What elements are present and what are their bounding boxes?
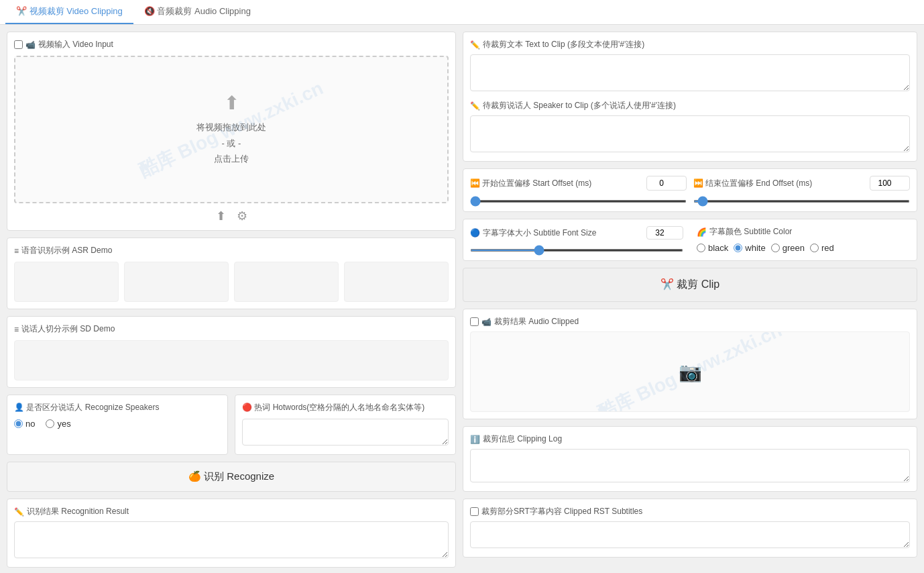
audio-clipped-checkbox-label[interactable]: 📹 裁剪结果 Audio Clipped (470, 316, 579, 327)
font-color-row: 🔵 字幕字体大小 Subtitle Font Size 🌈 字幕颜色 Subti… (470, 226, 910, 254)
video-input-checkbox[interactable] (14, 40, 23, 49)
sd-demo-icon: ≡ (14, 325, 19, 334)
asr-demo-header: ≡ 语音识别示例 ASR Demo (14, 245, 449, 256)
asr-demo-grid (14, 262, 449, 302)
recognition-result-icon: ✏️ (14, 507, 24, 517)
speakers-no-radio[interactable] (14, 419, 23, 428)
speaker-to-clip-label: 待裁剪说话人 Speaker to Clip (多个说话人使用'#'连接) (483, 100, 676, 111)
speakers-hotwords-row: 👤 是否区分说话人 Recognize Speakers no yes 🔴 热词… (7, 395, 456, 455)
color-black-label[interactable]: black (697, 243, 728, 253)
audio-clipped-checkbox[interactable] (470, 317, 479, 326)
asr-demo-card: ≡ 语音识别示例 ASR Demo (7, 238, 456, 309)
text-to-clip-label: 待裁剪文本 Text to Clip (多段文本使用'#'连接) (483, 39, 644, 50)
video-input-icon: 📹 (25, 40, 36, 50)
sd-demo-label: 说话人切分示例 SD Demo (21, 323, 115, 335)
upload-icon: ⬆ (224, 92, 239, 114)
offset-row: ⏮️ 开始位置偏移 Start Offset (ms) ⏭️ 结束位置偏移 En… (470, 176, 910, 205)
hotwords-textarea[interactable] (242, 419, 449, 446)
asr-demo-icon: ≡ (14, 246, 19, 256)
audio-result-area: 酷库 Blog www.zxki.cn 📷 (470, 331, 910, 412)
clip-button[interactable]: ✂️ 裁剪 Clip (463, 268, 917, 302)
speakers-section: 👤 是否区分说话人 Recognize Speakers no yes (7, 395, 228, 455)
speakers-radio-group: no yes (14, 419, 221, 429)
color-red-radio[interactable] (810, 244, 819, 252)
sd-demo-card: ≡ 说话人切分示例 SD Demo (7, 316, 456, 388)
clipping-log-textarea[interactable] (470, 449, 910, 482)
subtitle-color-block: 🌈 字幕颜色 Subtitle Color black white (697, 226, 910, 254)
audio-clipped-header: 📹 裁剪结果 Audio Clipped (470, 316, 910, 327)
end-offset-input[interactable] (870, 176, 910, 191)
clipped-subtitles-checkbox[interactable] (470, 507, 479, 516)
asr-demo-thumb-1[interactable] (14, 262, 119, 302)
clipped-subtitles-checkbox-label[interactable]: 裁剪部分SRT字幕内容 Clipped RST Subtitles (470, 506, 642, 517)
settings-footer-icon[interactable]: ⚙ (237, 209, 247, 223)
speakers-yes-text: yes (57, 419, 70, 429)
speaker-to-clip-header: ✏️ 待裁剪说话人 Speaker to Clip (多个说话人使用'#'连接) (470, 100, 910, 111)
clipped-subtitles-card: 裁剪部分SRT字幕内容 Clipped RST Subtitles (463, 499, 917, 558)
subtitle-color-header: 🌈 字幕颜色 Subtitle Color (697, 226, 910, 238)
clipping-log-card: ℹ️ 裁剪信息 Clipping Log (463, 426, 917, 492)
color-white-label[interactable]: white (734, 243, 765, 253)
recognition-result-textarea[interactable] (14, 521, 449, 558)
speaker-to-clip-icon: ✏️ (470, 101, 480, 111)
offsets-card: ⏮️ 开始位置偏移 Start Offset (ms) ⏭️ 结束位置偏移 En… (463, 168, 917, 212)
tab-video[interactable]: ✂️ 视频裁剪 Video Clipping (5, 0, 133, 24)
clipping-log-icon: ℹ️ (470, 435, 480, 444)
video-upload-text: 将视频拖放到此处 - 或 - 点击上传 (196, 119, 266, 166)
asr-demo-label: 语音识别示例 ASR Demo (21, 245, 112, 256)
main-layout: 📹 视频输入 Video Input 酷库 Blog www.zxki.cn ⬆… (0, 25, 924, 573)
clipped-subtitles-textarea[interactable] (470, 521, 910, 548)
font-size-slider[interactable] (470, 249, 683, 252)
asr-demo-thumb-3[interactable] (234, 262, 339, 302)
video-input-label: 视频输入 Video Input (38, 39, 113, 50)
recognize-button[interactable]: 🍊 识别 Recognize (7, 462, 456, 492)
speaker-to-clip-textarea[interactable] (470, 115, 910, 152)
speakers-yes-radio[interactable] (46, 419, 54, 428)
speakers-no-label[interactable]: no (14, 419, 35, 429)
color-green-radio[interactable] (771, 244, 780, 252)
video-footer: ⬆ ⚙ (14, 203, 449, 223)
sd-demo-header: ≡ 说话人切分示例 SD Demo (14, 323, 449, 335)
font-size-input[interactable] (646, 226, 683, 240)
left-panel: 📹 视频输入 Video Input 酷库 Blog www.zxki.cn ⬆… (7, 32, 456, 573)
color-red-label[interactable]: red (810, 243, 834, 253)
asr-demo-thumb-4[interactable] (344, 262, 449, 302)
video-input-card: 📹 视频输入 Video Input 酷库 Blog www.zxki.cn ⬆… (7, 32, 456, 231)
font-size-slider-container (470, 244, 683, 254)
text-to-clip-icon: ✏️ (470, 40, 480, 50)
hotwords-section: 🔴 热词 Hotwords(空格分隔的人名地名命名实体等) (235, 395, 456, 455)
color-black-radio[interactable] (697, 244, 705, 252)
recognition-result-label: 识别结果 Recognition Result (27, 506, 129, 517)
tab-video-label: ✂️ 视频裁剪 Video Clipping (16, 5, 123, 17)
text-to-clip-textarea[interactable] (470, 54, 910, 91)
end-offset-block: ⏭️ 结束位置偏移 End Offset (ms) (693, 176, 910, 205)
right-panel: ✏️ 待裁剪文本 Text to Clip (多段文本使用'#'连接) ✏️ 待… (463, 32, 917, 573)
tab-audio[interactable]: 🔇 音频裁剪 Audio Clipping (133, 0, 262, 24)
hotwords-label: 🔴 热词 Hotwords(空格分隔的人名地名命名实体等) (242, 402, 424, 413)
speakers-header: 👤 是否区分说话人 Recognize Speakers (14, 402, 221, 413)
color-green-label[interactable]: green (771, 243, 805, 253)
color-white-radio[interactable] (734, 244, 742, 252)
recognition-result-card: ✏️ 识别结果 Recognition Result (7, 499, 456, 568)
tabs-bar: ✂️ 视频裁剪 Video Clipping 🔇 音频裁剪 Audio Clip… (0, 0, 924, 25)
video-placeholder-icon: 📷 (679, 361, 702, 383)
upload-footer-icon[interactable]: ⬆ (216, 209, 226, 223)
speakers-yes-label[interactable]: yes (46, 419, 70, 429)
video-upload-area[interactable]: 酷库 Blog www.zxki.cn ⬆ 将视频拖放到此处 - 或 - 点击上… (14, 56, 449, 203)
font-size-block: 🔵 字幕字体大小 Subtitle Font Size (470, 226, 683, 254)
color-options: black white green red (697, 243, 910, 253)
start-offset-input[interactable] (646, 176, 687, 191)
start-offset-block: ⏮️ 开始位置偏移 Start Offset (ms) (470, 176, 687, 205)
hotwords-header: 🔴 热词 Hotwords(空格分隔的人名地名命名实体等) (242, 402, 449, 413)
speakers-no-text: no (25, 419, 35, 429)
audio-clipped-icon: 📹 (481, 317, 492, 327)
end-offset-slider[interactable] (693, 200, 910, 203)
font-color-card: 🔵 字幕字体大小 Subtitle Font Size 🌈 字幕颜色 Subti… (463, 219, 917, 261)
recognition-result-header: ✏️ 识别结果 Recognition Result (14, 506, 449, 517)
end-offset-slider-container (693, 195, 910, 205)
start-offset-slider[interactable] (470, 200, 687, 203)
text-speaker-card: ✏️ 待裁剪文本 Text to Clip (多段文本使用'#'连接) ✏️ 待… (463, 32, 917, 162)
video-input-header: 📹 视频输入 Video Input (14, 39, 449, 50)
start-offset-label: ⏮️ 开始位置偏移 Start Offset (ms) (470, 176, 687, 191)
asr-demo-thumb-2[interactable] (124, 262, 229, 302)
